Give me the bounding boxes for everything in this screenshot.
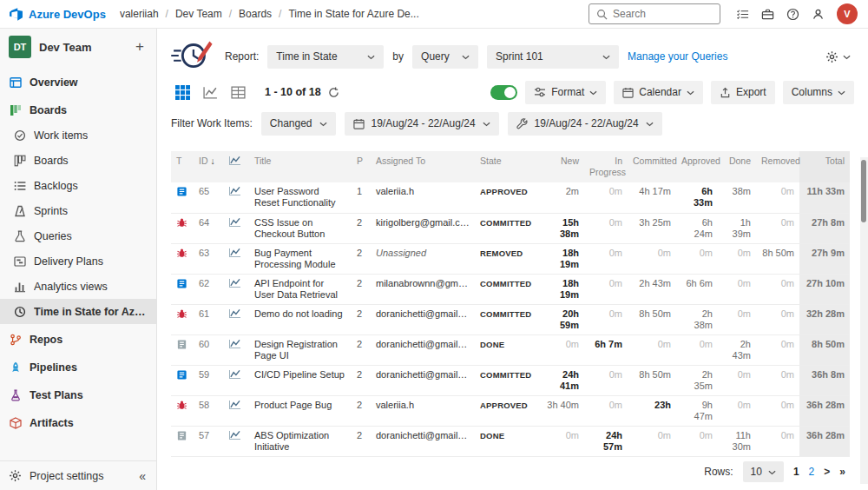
sidebar-item-time-in-state[interactable]: Time in State for Azure DevO...: [0, 299, 156, 324]
collapse-sidebar-button[interactable]: «: [139, 469, 146, 483]
search-input[interactable]: [613, 8, 713, 20]
work-item-title[interactable]: API Endpoint for User Data Retrieval: [249, 274, 352, 304]
time-value: 0m: [756, 182, 799, 213]
row-chart-icon[interactable]: [228, 248, 241, 258]
rows-label: Rows:: [704, 466, 733, 478]
story-icon: [176, 372, 187, 382]
sidebar-item-queries[interactable]: Queries: [0, 223, 156, 248]
sidebar-item-test-plans[interactable]: Test Plans: [0, 382, 156, 407]
top-icons: V: [736, 3, 858, 24]
last-page-button[interactable]: »: [839, 466, 845, 478]
row-chart-icon[interactable]: [228, 217, 241, 228]
date-range-select-2[interactable]: 19/Aug/24 - 22/Aug/24: [508, 112, 662, 136]
column-header-id[interactable]: ID ↓: [194, 151, 223, 182]
work-item-title[interactable]: ABS Optimization Initiative: [249, 426, 352, 456]
sidebar-item-boards[interactable]: Boards: [0, 97, 156, 122]
export-button[interactable]: Export: [711, 81, 775, 104]
delivery-plans-icon: [13, 255, 26, 268]
project-avatar[interactable]: DT: [9, 36, 31, 58]
sidebar-item-analytics[interactable]: Analytics views: [0, 274, 156, 299]
row-chart-icon[interactable]: [228, 278, 241, 288]
time-value: 0m: [718, 274, 756, 304]
row-chart-icon[interactable]: [228, 430, 241, 440]
breadcrumb-item[interactable]: Boards: [239, 8, 272, 20]
grid-view-button[interactable]: [171, 82, 194, 103]
row-chart-icon[interactable]: [228, 339, 241, 349]
sidebar-item-repos[interactable]: Repos: [0, 327, 156, 352]
row-chart-icon[interactable]: [228, 400, 241, 410]
gear-icon: [9, 469, 22, 482]
breadcrumb-item[interactable]: Time in State for Azure De...: [288, 8, 418, 20]
row-chart-icon[interactable]: [228, 186, 241, 196]
priority: 2: [352, 304, 371, 334]
sidebar-item-artifacts[interactable]: Artifacts: [0, 410, 156, 435]
scrollbar-thumb[interactable]: [861, 160, 866, 222]
table-row: 58Product Page Bug2valeriia.hAPPROVED3h …: [171, 395, 850, 426]
vertical-scrollbar[interactable]: [860, 157, 868, 484]
work-item-title[interactable]: Product Page Bug: [249, 395, 352, 426]
sidebar-item-work-items[interactable]: Work items: [0, 122, 156, 148]
priority: 2: [352, 426, 371, 456]
page-size-select[interactable]: 10: [743, 461, 784, 482]
table-row: 57ABS Optimization Initiative2doranichet…: [171, 426, 850, 456]
search-box[interactable]: [589, 3, 720, 24]
work-item-title[interactable]: CI/CD Pipeline Setup: [249, 365, 352, 395]
state-badge: REMOVED: [475, 243, 541, 274]
checklist-icon[interactable]: [736, 8, 749, 21]
assigned-to: milanabrownn@gmail.com: [371, 274, 475, 304]
manage-queries-link[interactable]: Manage your Queries: [628, 50, 727, 63]
page-button-1[interactable]: 1: [793, 466, 799, 478]
time-value: 4h 17m: [628, 182, 676, 213]
time-value: 9h 47m: [676, 395, 718, 426]
next-page-button[interactable]: >: [824, 466, 830, 478]
sidebar-item-backlogs[interactable]: Backlogs: [0, 173, 156, 198]
columns-button[interactable]: Columns: [783, 81, 854, 104]
briefcase-icon[interactable]: [761, 8, 774, 21]
sprint-select[interactable]: Sprint 101: [487, 45, 619, 69]
format-button[interactable]: Format: [525, 81, 606, 104]
live-update-toggle[interactable]: [490, 85, 517, 100]
time-value: 0m: [718, 304, 756, 334]
work-item-title[interactable]: Demo do not loading: [249, 304, 352, 334]
breadcrumb-item[interactable]: Dev Team: [175, 8, 222, 20]
breadcrumb-item[interactable]: valeriiah: [120, 8, 159, 20]
filter-changed-select[interactable]: Changed: [261, 112, 336, 136]
priority: 2: [352, 243, 371, 274]
state-badge: COMMITTED: [475, 365, 541, 395]
project-settings-button[interactable]: Project settings «: [0, 460, 156, 490]
date-range-select-1[interactable]: 19/Aug/24 - 22/Aug/24: [345, 112, 499, 136]
work-item-title[interactable]: User Password Reset Functionality: [249, 182, 352, 213]
sidebar-item-sprints[interactable]: Sprints: [0, 198, 156, 223]
analytics-icon: [13, 280, 26, 293]
chevron-down-icon: [646, 117, 654, 129]
chart-view-button[interactable]: [199, 82, 221, 103]
calendar-button[interactable]: Calendar: [614, 81, 703, 104]
column-header-removed: Removed: [756, 151, 799, 182]
page-button-2[interactable]: 2: [809, 466, 815, 478]
settings-dropdown[interactable]: [825, 50, 854, 63]
row-chart-icon[interactable]: [228, 369, 241, 380]
work-item-title[interactable]: CSS Issue on Checkout Button: [249, 213, 352, 243]
help-icon[interactable]: [786, 8, 799, 21]
azure-devops-home-link[interactable]: Azure DevOps: [9, 7, 106, 22]
work-item-title[interactable]: Bug Payment Processing Module: [249, 243, 352, 274]
add-project-button[interactable]: +: [132, 38, 148, 56]
avatar[interactable]: V: [837, 3, 858, 24]
total-value: 36h 28m: [799, 426, 850, 456]
query-type-select[interactable]: Query: [412, 45, 478, 69]
work-item-id: 63: [194, 243, 223, 274]
user-settings-icon[interactable]: [812, 8, 825, 21]
row-chart-icon[interactable]: [228, 308, 241, 319]
sidebar-item-overview[interactable]: Overview: [0, 70, 156, 95]
time-value: 6h 7m: [584, 334, 628, 365]
sidebar-item-pipelines[interactable]: Pipelines: [0, 354, 156, 380]
sidebar-item-delivery-plans[interactable]: Delivery Plans: [0, 248, 156, 274]
report-type-select[interactable]: Time in State: [267, 45, 384, 69]
sidebar-item-boards-sub[interactable]: Boards: [0, 148, 156, 173]
chart-column-header: [223, 151, 249, 182]
table-row: 65User Password Reset Functionality1vale…: [171, 182, 850, 213]
table-view-button[interactable]: [227, 82, 249, 103]
work-item-title[interactable]: Design Registration Page UI: [249, 334, 352, 365]
bug-icon: [176, 402, 187, 413]
refresh-icon[interactable]: [328, 87, 339, 98]
